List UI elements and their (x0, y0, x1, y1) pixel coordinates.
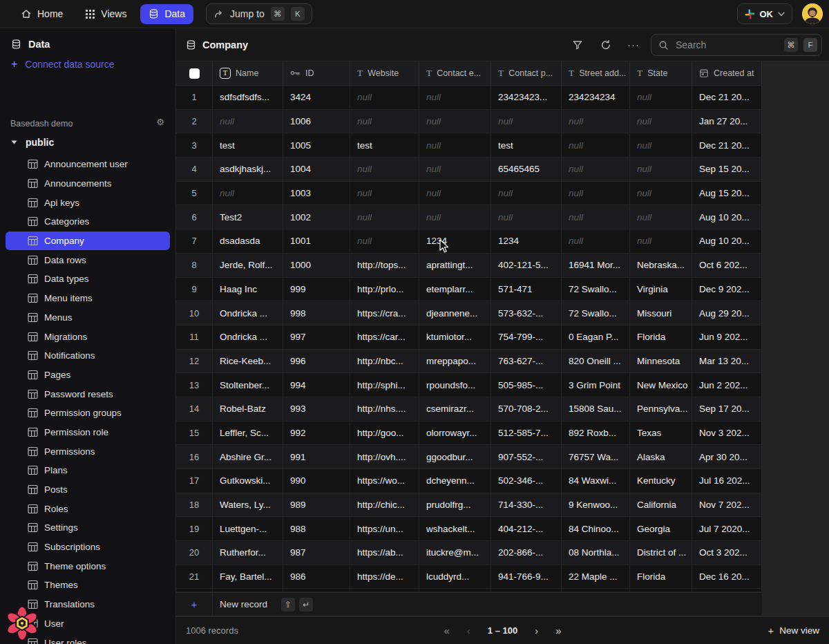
cell-contact_email[interactable]: rpoundsfo... (419, 373, 491, 397)
cell-contact_phone[interactable]: 573-632-... (491, 301, 562, 325)
cell-street_address[interactable]: null (562, 133, 630, 158)
cell-id[interactable]: 990 (283, 469, 350, 493)
cell-state[interactable]: New Mexico (630, 373, 692, 397)
cell-id[interactable]: 988 (283, 517, 350, 541)
cell-id[interactable]: 986 (283, 565, 350, 589)
column-header-website[interactable]: TWebsite (350, 61, 419, 86)
cell-id[interactable]: 1005 (283, 133, 350, 158)
sidebar-table-data-types[interactable]: Data types (0, 269, 175, 289)
cell-name[interactable]: sdfsdfsdfs... (213, 86, 283, 110)
cell-name[interactable]: Abshire Gr... (213, 445, 283, 469)
row-number[interactable]: 6 (176, 205, 213, 229)
sidebar-table-translations[interactable]: Translations (0, 595, 175, 614)
sidebar-table-permissions[interactable]: Permissions (0, 442, 175, 461)
cell-created_at[interactable]: Aug 10 20... (692, 229, 762, 254)
cell-contact_email[interactable]: null (419, 205, 491, 229)
row-number[interactable]: 2 (176, 110, 213, 134)
column-header-name[interactable]: TName (213, 61, 283, 86)
row-number[interactable]: 21 (176, 565, 213, 589)
cell-state[interactable]: California (630, 493, 692, 518)
cell-street_address[interactable]: 72 Swallo... (562, 301, 630, 325)
sidebar-table-subscriptions[interactable]: Subscriptions (0, 538, 175, 557)
cell-contact_email[interactable]: null (419, 158, 491, 182)
cell-created_at[interactable]: Apr 30 20... (692, 445, 762, 469)
cell-website[interactable]: https://un... (350, 517, 419, 541)
cell-contact_phone[interactable]: null (491, 110, 562, 134)
cell-created_at[interactable]: Oct 3 202... (692, 541, 762, 565)
column-header-state[interactable]: TState (630, 61, 692, 86)
cell-created_at[interactable]: Aug 10 20... (692, 205, 762, 229)
sidebar-table-pages[interactable]: Pages (0, 366, 175, 385)
avatar[interactable] (802, 3, 823, 24)
row-number[interactable]: 16 (176, 445, 213, 469)
cell-name[interactable]: Stoltenber... (213, 373, 283, 397)
cell-created_at[interactable]: Jul 7 2020... (692, 517, 762, 541)
cell-state[interactable]: Florida (630, 565, 692, 589)
cell-street_address[interactable]: 22 Maple ... (562, 565, 630, 589)
sidebar-table-posts[interactable]: Posts (0, 480, 175, 500)
cell-state[interactable]: Texas (630, 422, 692, 446)
sidebar-table-announcement-user[interactable]: Announcement user (0, 155, 175, 174)
sidebar-table-migrations[interactable]: Migrations (0, 327, 175, 346)
cell-name[interactable]: Jerde, Rolf... (213, 254, 283, 278)
cell-created_at[interactable]: Jun 2 202... (692, 373, 762, 397)
cell-website[interactable]: null (350, 205, 419, 229)
sidebar-table-user-roles[interactable]: User roles (0, 633, 175, 644)
sidebar-table-menus[interactable]: Menus (0, 308, 175, 328)
cell-contact_phone[interactable]: 65465465 (491, 158, 562, 182)
row-number[interactable]: 11 (176, 325, 213, 350)
cell-website[interactable]: http://nhs.... (350, 397, 419, 422)
column-header-created_at[interactable]: Created at (692, 61, 762, 86)
cell-contact_email[interactable]: null (419, 182, 491, 206)
first-page-icon[interactable]: « (444, 625, 449, 636)
cell-state[interactable]: null (630, 158, 692, 182)
cell-contact_email[interactable]: olorrowayr... (419, 422, 491, 446)
cell-contact_email[interactable]: 1234 (419, 229, 491, 254)
row-number[interactable]: 12 (176, 350, 213, 374)
cell-street_address[interactable]: 820 Oneill ... (562, 350, 630, 374)
cell-created_at[interactable]: Oct 6 202... (692, 254, 762, 278)
cell-created_at[interactable]: Jun 9 202... (692, 325, 762, 350)
cell-contact_phone[interactable]: 502-346-... (491, 469, 562, 493)
cell-website[interactable]: http://goo... (350, 422, 419, 446)
cell-website[interactable]: https://ab... (350, 541, 419, 565)
row-number[interactable]: 4 (176, 158, 213, 182)
cell-contact_phone[interactable]: 714-330-... (491, 493, 562, 518)
cell-created_at[interactable]: Jan 27 20... (692, 110, 762, 134)
cell-street_address[interactable]: 84 Waxwi... (562, 469, 630, 493)
cell-id[interactable]: 994 (283, 373, 350, 397)
column-header-street_address[interactable]: TStreet add... (562, 61, 630, 86)
cell-state[interactable]: Missouri (630, 301, 692, 325)
column-header-id[interactable]: ID (283, 61, 350, 86)
cell-contact_phone[interactable]: 23423423... (491, 86, 562, 110)
cell-name[interactable]: null (213, 182, 283, 206)
last-page-icon[interactable]: » (555, 625, 561, 636)
cell-state[interactable]: Georgia (630, 517, 692, 541)
cell-id[interactable]: 3424 (283, 86, 350, 110)
cell-contact_email[interactable]: prudolfrg... (419, 493, 491, 518)
cell-id[interactable]: 998 (283, 301, 350, 325)
cell-website[interactable]: http://prlo... (350, 278, 419, 302)
cell-street_address[interactable]: null (562, 205, 630, 229)
cell-state[interactable]: null (630, 229, 692, 254)
cell-contact_email[interactable]: ggoodbur... (419, 445, 491, 469)
cell-id[interactable]: 996 (283, 350, 350, 374)
cell-name[interactable]: Robel-Batz (213, 397, 283, 422)
row-number[interactable]: 10 (176, 301, 213, 325)
cell-website[interactable]: http://sphi... (350, 373, 419, 397)
cell-created_at[interactable]: Mar 13 20... (692, 350, 762, 374)
row-number[interactable]: 9 (176, 278, 213, 302)
cell-contact_phone[interactable]: 570-708-2... (491, 397, 562, 422)
column-header-contact_email[interactable]: TContact e... (419, 61, 491, 86)
cell-created_at[interactable]: Dec 9 202... (692, 278, 762, 302)
sidebar-table-permission-groups[interactable]: Permission groups (0, 404, 175, 423)
cell-website[interactable]: null (350, 86, 419, 110)
cell-website[interactable]: null (350, 110, 419, 134)
cell-street_address[interactable]: 9 Kenwoo... (562, 493, 630, 518)
cell-state[interactable]: null (630, 133, 692, 158)
cell-website[interactable]: https://cra... (350, 301, 419, 325)
cell-website[interactable]: null (350, 229, 419, 254)
cell-id[interactable]: 989 (283, 493, 350, 518)
cell-contact_email[interactable]: null (419, 133, 491, 158)
cell-street_address[interactable]: null (562, 229, 630, 254)
